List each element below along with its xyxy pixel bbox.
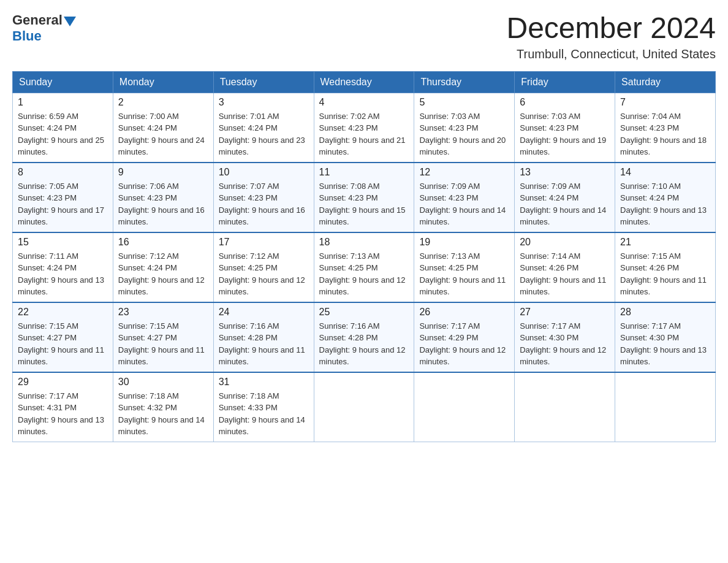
calendar-day-cell: 20Sunrise: 7:14 AMSunset: 4:26 PMDayligh…	[515, 232, 615, 302]
calendar-week-row: 8Sunrise: 7:05 AMSunset: 4:23 PMDaylight…	[13, 163, 716, 232]
day-info: Sunrise: 7:17 AMSunset: 4:30 PMDaylight:…	[620, 320, 710, 368]
calendar-day-cell: 29Sunrise: 7:17 AMSunset: 4:31 PMDayligh…	[13, 372, 113, 442]
day-number: 12	[419, 167, 509, 178]
calendar-day-cell: 12Sunrise: 7:09 AMSunset: 4:23 PMDayligh…	[414, 163, 515, 232]
day-info: Sunrise: 6:59 AMSunset: 4:24 PMDaylight:…	[18, 110, 108, 158]
calendar-day-cell	[414, 372, 515, 442]
day-number: 4	[319, 97, 409, 108]
day-info: Sunrise: 7:17 AMSunset: 4:31 PMDaylight:…	[18, 390, 108, 438]
calendar-day-cell: 31Sunrise: 7:18 AMSunset: 4:33 PMDayligh…	[213, 372, 314, 442]
calendar-table: Sunday Monday Tuesday Wednesday Thursday…	[12, 71, 716, 442]
day-number: 20	[520, 237, 610, 248]
day-number: 2	[118, 97, 208, 108]
location-text: Trumbull, Connecticut, United States	[506, 47, 716, 61]
calendar-day-cell: 11Sunrise: 7:08 AMSunset: 4:23 PMDayligh…	[314, 163, 414, 232]
day-number: 31	[219, 377, 309, 388]
day-info: Sunrise: 7:09 AMSunset: 4:24 PMDaylight:…	[520, 180, 610, 228]
calendar-day-cell: 6Sunrise: 7:03 AMSunset: 4:23 PMDaylight…	[515, 93, 615, 163]
calendar-day-cell: 17Sunrise: 7:12 AMSunset: 4:25 PMDayligh…	[213, 232, 314, 302]
day-number: 22	[18, 307, 108, 318]
day-info: Sunrise: 7:12 AMSunset: 4:24 PMDaylight:…	[118, 250, 208, 298]
calendar-day-cell: 5Sunrise: 7:03 AMSunset: 4:23 PMDaylight…	[414, 93, 515, 163]
day-info: Sunrise: 7:03 AMSunset: 4:23 PMDaylight:…	[419, 110, 509, 158]
day-number: 3	[219, 97, 309, 108]
day-info: Sunrise: 7:18 AMSunset: 4:33 PMDaylight:…	[219, 390, 309, 438]
day-number: 1	[18, 97, 108, 108]
header-friday: Friday	[515, 71, 615, 93]
header-monday: Monday	[113, 71, 213, 93]
day-info: Sunrise: 7:12 AMSunset: 4:25 PMDaylight:…	[219, 250, 309, 298]
title-section: December 2024 Trumbull, Connecticut, Uni…	[506, 12, 716, 61]
calendar-day-cell: 10Sunrise: 7:07 AMSunset: 4:23 PMDayligh…	[213, 163, 314, 232]
day-number: 24	[219, 307, 309, 318]
day-info: Sunrise: 7:00 AMSunset: 4:24 PMDaylight:…	[118, 110, 208, 158]
day-info: Sunrise: 7:17 AMSunset: 4:30 PMDaylight:…	[520, 320, 610, 368]
logo-general-text: General	[12, 12, 63, 28]
calendar-day-cell	[615, 372, 716, 442]
day-number: 19	[419, 237, 509, 248]
calendar-week-row: 1Sunrise: 6:59 AMSunset: 4:24 PMDaylight…	[13, 93, 716, 163]
calendar-day-cell: 16Sunrise: 7:12 AMSunset: 4:24 PMDayligh…	[113, 232, 213, 302]
day-number: 9	[118, 167, 208, 178]
weekday-header-row: Sunday Monday Tuesday Wednesday Thursday…	[13, 71, 716, 93]
day-number: 13	[520, 167, 610, 178]
day-number: 21	[620, 237, 710, 248]
page-header: General Blue December 2024 Trumbull, Con…	[12, 12, 716, 61]
calendar-day-cell: 22Sunrise: 7:15 AMSunset: 4:27 PMDayligh…	[13, 302, 113, 372]
calendar-day-cell: 13Sunrise: 7:09 AMSunset: 4:24 PMDayligh…	[515, 163, 615, 232]
day-info: Sunrise: 7:16 AMSunset: 4:28 PMDaylight:…	[319, 320, 409, 368]
day-number: 7	[620, 97, 710, 108]
day-info: Sunrise: 7:01 AMSunset: 4:24 PMDaylight:…	[219, 110, 309, 158]
calendar-day-cell: 7Sunrise: 7:04 AMSunset: 4:23 PMDaylight…	[615, 93, 716, 163]
day-info: Sunrise: 7:07 AMSunset: 4:23 PMDaylight:…	[219, 180, 309, 228]
day-info: Sunrise: 7:13 AMSunset: 4:25 PMDaylight:…	[419, 250, 509, 298]
day-info: Sunrise: 7:14 AMSunset: 4:26 PMDaylight:…	[520, 250, 610, 298]
day-info: Sunrise: 7:09 AMSunset: 4:23 PMDaylight:…	[419, 180, 509, 228]
day-info: Sunrise: 7:11 AMSunset: 4:24 PMDaylight:…	[18, 250, 108, 298]
day-number: 10	[219, 167, 309, 178]
day-info: Sunrise: 7:18 AMSunset: 4:32 PMDaylight:…	[118, 390, 208, 438]
day-info: Sunrise: 7:15 AMSunset: 4:27 PMDaylight:…	[18, 320, 108, 368]
logo-blue-text: Blue	[12, 28, 42, 44]
calendar-day-cell: 9Sunrise: 7:06 AMSunset: 4:23 PMDaylight…	[113, 163, 213, 232]
header-tuesday: Tuesday	[213, 71, 314, 93]
day-info: Sunrise: 7:06 AMSunset: 4:23 PMDaylight:…	[118, 180, 208, 228]
day-number: 30	[118, 377, 208, 388]
day-info: Sunrise: 7:15 AMSunset: 4:27 PMDaylight:…	[118, 320, 208, 368]
day-number: 6	[520, 97, 610, 108]
calendar-day-cell: 8Sunrise: 7:05 AMSunset: 4:23 PMDaylight…	[13, 163, 113, 232]
month-title: December 2024	[506, 12, 716, 45]
calendar-day-cell: 27Sunrise: 7:17 AMSunset: 4:30 PMDayligh…	[515, 302, 615, 372]
day-info: Sunrise: 7:08 AMSunset: 4:23 PMDaylight:…	[319, 180, 409, 228]
header-wednesday: Wednesday	[314, 71, 414, 93]
calendar-week-row: 29Sunrise: 7:17 AMSunset: 4:31 PMDayligh…	[13, 372, 716, 442]
day-number: 25	[319, 307, 409, 318]
day-number: 29	[18, 377, 108, 388]
calendar-week-row: 15Sunrise: 7:11 AMSunset: 4:24 PMDayligh…	[13, 232, 716, 302]
day-number: 8	[18, 167, 108, 178]
day-info: Sunrise: 7:04 AMSunset: 4:23 PMDaylight:…	[620, 110, 710, 158]
day-number: 16	[118, 237, 208, 248]
calendar-day-cell: 4Sunrise: 7:02 AMSunset: 4:23 PMDaylight…	[314, 93, 414, 163]
day-info: Sunrise: 7:17 AMSunset: 4:29 PMDaylight:…	[419, 320, 509, 368]
logo: General Blue	[12, 12, 77, 44]
day-info: Sunrise: 7:03 AMSunset: 4:23 PMDaylight:…	[520, 110, 610, 158]
calendar-day-cell: 21Sunrise: 7:15 AMSunset: 4:26 PMDayligh…	[615, 232, 716, 302]
day-number: 17	[219, 237, 309, 248]
day-info: Sunrise: 7:16 AMSunset: 4:28 PMDaylight:…	[219, 320, 309, 368]
day-info: Sunrise: 7:02 AMSunset: 4:23 PMDaylight:…	[319, 110, 409, 158]
calendar-day-cell: 26Sunrise: 7:17 AMSunset: 4:29 PMDayligh…	[414, 302, 515, 372]
calendar-day-cell: 1Sunrise: 6:59 AMSunset: 4:24 PMDaylight…	[13, 93, 113, 163]
day-info: Sunrise: 7:15 AMSunset: 4:26 PMDaylight:…	[620, 250, 710, 298]
day-number: 14	[620, 167, 710, 178]
calendar-day-cell: 23Sunrise: 7:15 AMSunset: 4:27 PMDayligh…	[113, 302, 213, 372]
day-number: 26	[419, 307, 509, 318]
calendar-day-cell	[515, 372, 615, 442]
calendar-day-cell: 30Sunrise: 7:18 AMSunset: 4:32 PMDayligh…	[113, 372, 213, 442]
day-info: Sunrise: 7:13 AMSunset: 4:25 PMDaylight:…	[319, 250, 409, 298]
day-number: 27	[520, 307, 610, 318]
day-number: 11	[319, 167, 409, 178]
calendar-day-cell: 18Sunrise: 7:13 AMSunset: 4:25 PMDayligh…	[314, 232, 414, 302]
header-sunday: Sunday	[13, 71, 113, 93]
calendar-day-cell: 14Sunrise: 7:10 AMSunset: 4:24 PMDayligh…	[615, 163, 716, 232]
